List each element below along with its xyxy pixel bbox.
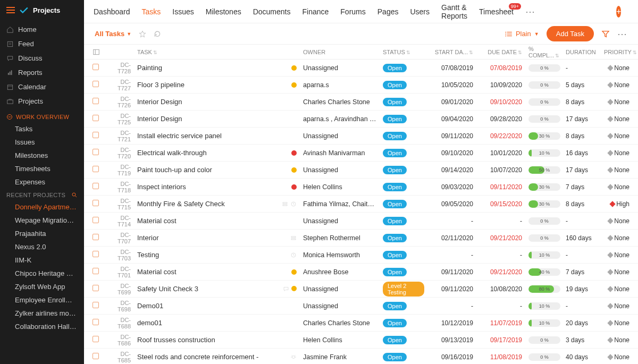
sidebar-item-reports[interactable]: Reports	[0, 65, 84, 80]
nav-forums[interactable]: Forums	[340, 7, 365, 16]
status-pill[interactable]: Open	[383, 64, 407, 72]
status-pill[interactable]: Open	[383, 166, 407, 174]
col-task[interactable]: TASK⇅	[134, 49, 276, 55]
recent-project-item[interactable]: Zylker airlines mobile ap	[0, 307, 84, 320]
recent-project-item[interactable]: IIM-K	[0, 253, 84, 267]
status-pill[interactable]: Open	[383, 268, 407, 276]
task-row[interactable]: DC-T701 Material cost Anushree Bose Open…	[84, 264, 638, 281]
nav-documents[interactable]: Documents	[253, 7, 291, 16]
status-pill[interactable]: Open	[383, 217, 407, 225]
task-row[interactable]: DC-T718 Inspect interiors Helen Collins …	[84, 179, 638, 196]
nav-issues[interactable]: Issues	[172, 7, 194, 16]
recent-project-item[interactable]: Collaboration Hall Cons	[0, 320, 84, 333]
task-name[interactable]: Floor 3 pipeline	[134, 81, 276, 89]
nav-dashboard[interactable]: Dashboard	[94, 7, 130, 16]
task-name[interactable]: Demo01	[134, 302, 276, 310]
add-icon[interactable]: +	[616, 6, 621, 18]
task-row[interactable]: DC-T721 Install electric service panel U…	[84, 128, 638, 145]
search-icon[interactable]	[71, 192, 78, 198]
row-checkbox[interactable]	[93, 81, 99, 87]
task-name[interactable]: demo01	[134, 319, 276, 327]
col-priority[interactable]: PRIORITY⇅	[601, 49, 633, 55]
row-checkbox[interactable]	[93, 353, 99, 359]
recent-project-item[interactable]: Prajaahita	[0, 227, 84, 240]
row-checkbox[interactable]	[93, 285, 99, 291]
sidebar-item-projects[interactable]: Projects	[0, 94, 84, 108]
row-checkbox[interactable]	[93, 251, 99, 257]
col-owner[interactable]: OWNER	[300, 49, 380, 55]
task-row[interactable]: DC-T703 Testing Monica Hemsworth Open - …	[84, 247, 638, 264]
sidebar-item-calendar[interactable]: Calendar	[0, 80, 84, 94]
sidebar-sub-issues[interactable]: Issues	[0, 136, 84, 149]
nav-gantt-reports[interactable]: Gantt & Reports	[441, 3, 467, 20]
task-row[interactable]: DC-T698 Demo01 Unassigned Open - - 10 % …	[84, 298, 638, 315]
row-checkbox[interactable]	[93, 183, 99, 189]
recent-project-item[interactable]: Donnelly Apartments C	[0, 200, 84, 214]
task-name[interactable]: Safety Unit Check 3	[134, 285, 276, 293]
task-name[interactable]: Interior	[134, 234, 276, 242]
all-tasks-filter[interactable]: All Tasks ▼	[95, 30, 131, 38]
row-checkbox[interactable]	[93, 268, 99, 274]
task-name[interactable]: Material cost	[134, 217, 276, 225]
task-name[interactable]: Painting	[134, 64, 276, 72]
row-checkbox[interactable]	[93, 149, 99, 155]
sidebar-sub-milestones[interactable]: Milestones	[0, 149, 84, 162]
task-row[interactable]: DC-T725 Interior Design aparna.s , Aravi…	[84, 111, 638, 128]
status-pill[interactable]: Open	[383, 81, 407, 89]
work-overview-title[interactable]: WORK OVERVIEW	[0, 111, 84, 122]
task-name[interactable]: Material cost	[134, 268, 276, 276]
status-pill[interactable]: Open	[383, 183, 407, 191]
col-completion[interactable]: % COMPL...⇅	[525, 46, 563, 58]
view-selector[interactable]: Plain ▼	[505, 30, 539, 38]
col-start[interactable]: START DA...⇅	[427, 49, 476, 55]
refresh-icon[interactable]	[154, 30, 161, 38]
columns-icon[interactable]	[93, 48, 100, 56]
row-checkbox[interactable]	[93, 200, 99, 206]
task-name[interactable]: Interior Design	[134, 98, 276, 106]
nav-milestones[interactable]: Milestones	[206, 7, 241, 16]
task-row[interactable]: DC-T688 demo01 Charles Charles Stone Ope…	[84, 315, 638, 332]
sidebar-sub-timesheets[interactable]: Timesheets	[0, 162, 84, 175]
row-checkbox[interactable]	[93, 115, 99, 121]
subbar-more-icon[interactable]: ⋯	[617, 28, 627, 40]
task-name[interactable]: Paint touch-up and color	[134, 166, 276, 174]
task-row[interactable]: DC-T726 Interior Design Charles Charles …	[84, 94, 638, 111]
status-pill[interactable]: Open	[383, 132, 407, 140]
task-row[interactable]: DC-T715 Monthly Fire & Safety Check Fath…	[84, 196, 638, 213]
status-pill[interactable]: Open	[383, 149, 407, 157]
nav-tasks[interactable]: Tasks	[142, 7, 161, 16]
sidebar-item-discuss[interactable]: Discuss	[0, 51, 84, 65]
recent-project-item[interactable]: Zylsoft Web App	[0, 280, 84, 293]
task-row[interactable]: DC-T719 Paint touch-up and color Unassig…	[84, 162, 638, 179]
nav-pages[interactable]: Pages	[377, 7, 399, 16]
nav-timesheet[interactable]: Timesheet99+	[479, 7, 514, 16]
status-pill[interactable]: Open	[383, 251, 407, 259]
sidebar-sub-tasks[interactable]: Tasks	[0, 122, 84, 136]
status-pill[interactable]: Open	[383, 115, 407, 123]
task-row[interactable]: DC-T720 Electrical walk-through Avinash …	[84, 145, 638, 162]
nav-users[interactable]: Users	[410, 7, 430, 16]
row-checkbox[interactable]	[93, 234, 99, 240]
task-name[interactable]: Monthly Fire & Safety Check	[134, 200, 276, 208]
status-pill[interactable]: Open	[383, 98, 407, 106]
col-status[interactable]: STATUS⇅	[380, 49, 427, 55]
task-row[interactable]: DC-T699 Safety Unit Check 3 Unassigned L…	[84, 281, 638, 298]
status-pill[interactable]: Open	[383, 234, 407, 242]
sidebar-sub-expenses[interactable]: Expenses	[0, 175, 84, 189]
status-pill[interactable]: Open	[383, 302, 407, 310]
recent-project-item[interactable]: Wepage Migration Pha	[0, 214, 84, 227]
row-checkbox[interactable]	[93, 302, 99, 308]
nav-finance[interactable]: Finance	[303, 7, 329, 16]
recent-project-item[interactable]: Employee Enrollment	[0, 293, 84, 307]
recent-project-item[interactable]: Chipco Heritage Bay	[0, 267, 84, 280]
task-row[interactable]: DC-T728 Painting Unassigned Open 07/08/2…	[84, 60, 638, 77]
row-checkbox[interactable]	[93, 64, 99, 70]
task-name[interactable]: Inspect interiors	[134, 183, 276, 191]
task-row[interactable]: DC-T714 Material cost Unassigned Open - …	[84, 213, 638, 230]
filter-icon[interactable]	[601, 30, 610, 38]
add-task-button[interactable]: Add Task	[547, 26, 594, 41]
task-name[interactable]: Electrical walk-through	[134, 149, 276, 157]
task-row[interactable]: DC-T685 Steel rods and concrete reinforc…	[84, 349, 638, 364]
hamburger-icon[interactable]	[6, 7, 15, 13]
sidebar-item-home[interactable]: Home	[0, 22, 84, 37]
